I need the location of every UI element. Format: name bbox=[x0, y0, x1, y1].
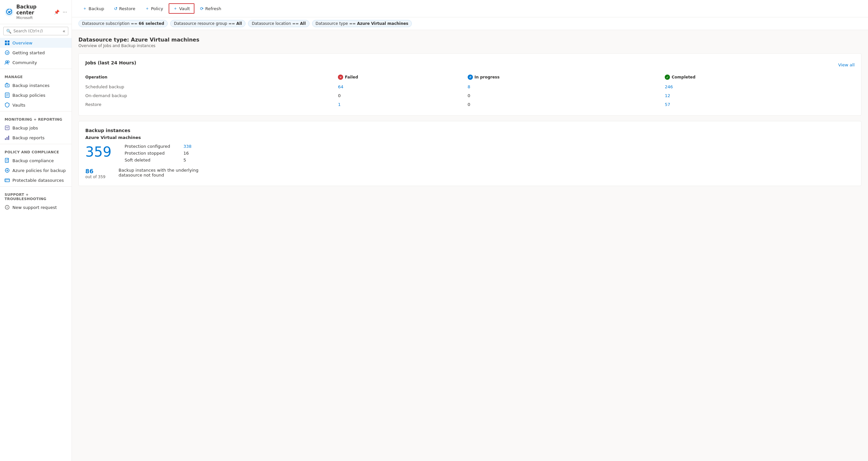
app-title-block: Backup center Microsoft bbox=[16, 4, 51, 20]
job-inprogress-scheduled[interactable]: 8 bbox=[468, 82, 665, 91]
svg-point-6 bbox=[5, 51, 9, 55]
stat-label-protection-configured: Protection configured bbox=[125, 144, 177, 149]
jobs-card-title: Jobs (last 24 Hours) bbox=[85, 60, 136, 65]
refresh-button-label: Refresh bbox=[205, 6, 221, 11]
backup-plus-icon: ＋ bbox=[83, 5, 87, 11]
app-title: Backup center bbox=[16, 4, 51, 16]
stat-value-protection-stopped: 16 bbox=[183, 151, 189, 156]
filter-location[interactable]: Datasource location == All bbox=[248, 20, 309, 27]
vault-button[interactable]: ＋ Vault bbox=[168, 3, 194, 14]
svg-rect-14 bbox=[6, 137, 7, 140]
pin-icon[interactable]: 📌 bbox=[54, 9, 60, 15]
more-options-icon[interactable]: ··· bbox=[63, 9, 67, 15]
backup-button-label: Backup bbox=[89, 6, 104, 11]
col-in-progress: ↺ In progress bbox=[468, 73, 665, 82]
filter-subscription[interactable]: Datasource subscription == 66 selected bbox=[79, 20, 168, 27]
manage-section-label: Manage bbox=[0, 70, 71, 81]
job-operation-restore: Restore bbox=[85, 100, 338, 109]
stat-value-soft-deleted: 5 bbox=[183, 158, 186, 162]
support-section-label: Support + troubleshooting bbox=[0, 188, 71, 203]
stat-value-protection-configured[interactable]: 338 bbox=[183, 144, 191, 149]
job-failed-scheduled[interactable]: 64 bbox=[338, 82, 467, 91]
app-subtitle: Microsoft bbox=[16, 16, 51, 20]
svg-point-18 bbox=[6, 170, 8, 171]
stat-row-protection-stopped: Protection stopped 16 bbox=[125, 151, 191, 156]
search-input[interactable] bbox=[13, 29, 60, 33]
sidebar-item-overview[interactable]: Overview bbox=[0, 38, 71, 48]
sidebar-item-backup-reports[interactable]: Backup reports bbox=[0, 133, 71, 143]
search-box[interactable]: 🔍 « bbox=[3, 27, 68, 35]
filter-resource-group-label: Datasource resource group == All bbox=[174, 21, 242, 26]
backup-instances-card-subtitle: Azure Virtual machines bbox=[85, 135, 855, 140]
svg-point-20 bbox=[5, 181, 6, 181]
svg-rect-4 bbox=[5, 43, 7, 45]
refresh-icon: ⟳ bbox=[200, 6, 204, 11]
content-area: Datasource type: Azure Virtual machines … bbox=[72, 30, 868, 461]
sidebar-item-backup-instances[interactable]: Backup instances bbox=[0, 81, 71, 90]
job-operation-ondemand: On-demand backup bbox=[85, 91, 338, 100]
vault-plus-icon: ＋ bbox=[173, 5, 178, 11]
orphan-out-of: out of 359 bbox=[85, 175, 105, 179]
sidebar-item-new-support-request[interactable]: New support request bbox=[0, 203, 71, 212]
toolbar: ＋ Backup ↺ Restore ＋ Policy ＋ Vault ⟳ Re… bbox=[72, 0, 868, 17]
view-all-link[interactable]: View all bbox=[838, 62, 855, 67]
restore-button-label: Restore bbox=[119, 6, 135, 11]
backup-instances-body: 359 Protection configured 338 Protection… bbox=[85, 144, 855, 162]
restore-button[interactable]: ↺ Restore bbox=[110, 4, 140, 13]
sidebar-item-backup-policies[interactable]: Backup policies bbox=[0, 90, 71, 100]
backup-instances-stats: Protection configured 338 Protection sto… bbox=[125, 144, 191, 162]
vault-button-label: Vault bbox=[179, 6, 190, 11]
policy-plus-icon: ＋ bbox=[145, 5, 149, 11]
sidebar-item-protectable-datasources-label: Protectable datasources bbox=[12, 178, 64, 183]
sidebar-item-backup-jobs-label: Backup jobs bbox=[12, 126, 38, 130]
sidebar-item-protectable-datasources[interactable]: Protectable datasources bbox=[0, 175, 71, 185]
overview-icon bbox=[5, 40, 10, 45]
backup-jobs-icon bbox=[5, 125, 10, 130]
sidebar-item-azure-policies[interactable]: Azure policies for backup bbox=[0, 165, 71, 175]
vaults-icon bbox=[5, 102, 10, 107]
failed-status-icon: ✕ bbox=[338, 74, 343, 80]
sidebar: Backup center Microsoft 📌 ··· 🔍 « Overvi… bbox=[0, 0, 72, 461]
backup-instances-card-title: Backup instances bbox=[85, 128, 855, 133]
filter-resource-group[interactable]: Datasource resource group == All bbox=[170, 20, 245, 27]
svg-point-10 bbox=[7, 85, 8, 86]
policy-divider bbox=[0, 144, 71, 144]
filter-datasource-type[interactable]: Datasource type == Azure Virtual machine… bbox=[312, 20, 412, 27]
sidebar-item-backup-policies-label: Backup policies bbox=[12, 93, 45, 98]
sidebar-item-getting-started[interactable]: Getting started bbox=[0, 48, 71, 58]
sidebar-item-new-support-label: New support request bbox=[12, 205, 57, 210]
completed-status-icon: ✓ bbox=[665, 74, 670, 80]
svg-rect-19 bbox=[5, 179, 9, 182]
policy-section-label: Policy and compliance bbox=[0, 146, 71, 156]
orphan-number-block: 86 out of 359 bbox=[85, 168, 105, 179]
jobs-card: Jobs (last 24 Hours) View all Operation … bbox=[79, 53, 862, 116]
in-progress-status-icon: ↺ bbox=[468, 74, 473, 80]
refresh-button[interactable]: ⟳ Refresh bbox=[196, 4, 225, 13]
table-row: Restore 1 0 57 bbox=[85, 100, 855, 109]
sidebar-item-vaults[interactable]: Vaults bbox=[0, 100, 71, 110]
header-icons[interactable]: 📌 ··· bbox=[54, 9, 67, 15]
backup-instances-total: 359 bbox=[85, 145, 112, 159]
job-failed-restore[interactable]: 1 bbox=[338, 100, 467, 109]
collapse-button[interactable]: « bbox=[62, 28, 65, 34]
col-failed: ✕ Failed bbox=[338, 73, 467, 82]
sidebar-item-community[interactable]: Community bbox=[0, 58, 71, 67]
sidebar-item-backup-jobs[interactable]: Backup jobs bbox=[0, 123, 71, 133]
sidebar-item-backup-compliance[interactable]: Backup compliance bbox=[0, 156, 71, 165]
sidebar-item-backup-instances-label: Backup instances bbox=[12, 83, 50, 88]
orphan-number[interactable]: 86 bbox=[85, 168, 105, 175]
orphan-section: 86 out of 359 Backup instances with the … bbox=[85, 168, 855, 179]
jobs-table-body: Scheduled backup 64 8 246 On-demand back… bbox=[85, 82, 855, 109]
page-title: Datasource type: Azure Virtual machines bbox=[79, 37, 862, 43]
svg-rect-2 bbox=[5, 40, 7, 42]
azure-policies-icon bbox=[5, 168, 10, 173]
job-completed-ondemand[interactable]: 12 bbox=[665, 91, 855, 100]
restore-icon: ↺ bbox=[114, 6, 118, 11]
backup-button[interactable]: ＋ Backup bbox=[79, 4, 108, 13]
job-completed-scheduled[interactable]: 246 bbox=[665, 82, 855, 91]
jobs-table-header: Operation ✕ Failed ↺ In progress bbox=[85, 73, 855, 82]
backup-instances-card: Backup instances Azure Virtual machines … bbox=[79, 121, 862, 186]
policy-button[interactable]: ＋ Policy bbox=[141, 4, 167, 13]
job-completed-restore[interactable]: 57 bbox=[665, 100, 855, 109]
backup-policies-icon bbox=[5, 93, 10, 98]
